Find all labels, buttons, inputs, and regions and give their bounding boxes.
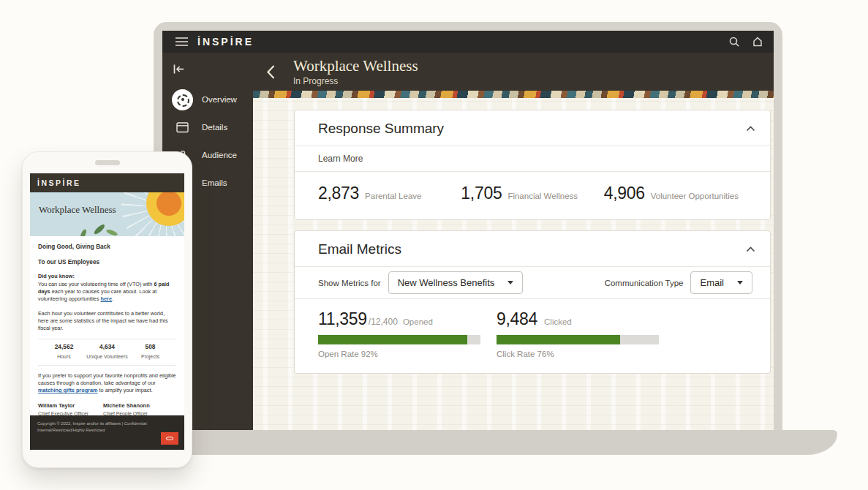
stat-value: 4,906 [604, 184, 645, 203]
dropdown-caret-icon [507, 281, 513, 284]
open-rate-progress-track [318, 335, 480, 344]
open-rate-progress-fill [318, 335, 467, 344]
email-paragraph-3: If you prefer to support your favorite n… [38, 372, 176, 395]
email-banner-title: Workplace Wellness [39, 204, 116, 216]
sidebar-item-label: Details [202, 123, 227, 132]
phone-mockup: İNSPİRE Workplace Wellness Doing Good, G… [22, 151, 192, 468]
email-banner: Workplace Wellness [30, 192, 184, 236]
communication-type-label: Communication Type [605, 279, 684, 287]
stat-volunteer-opportunities: 4,906 Volunteer Opportunities [604, 184, 747, 203]
email-signatures: William Taylor Chief Executive Officer M… [38, 402, 176, 415]
back-chevron-icon[interactable] [266, 64, 276, 80]
stat-label: Parental Leave [365, 192, 421, 200]
stat-value: 2,873 [318, 184, 359, 203]
sidebar-collapse-icon[interactable] [162, 53, 253, 86]
sidebar-item-label: Emails [202, 178, 227, 187]
email-paragraph-2: Each hour you volunteer contributes to a… [38, 310, 176, 333]
email-brand-logo: İNSPİRE [37, 178, 81, 187]
here-link[interactable]: here [101, 295, 112, 302]
sidebar-item-label: Overview [202, 95, 237, 104]
learn-more-link[interactable]: Learn More [295, 146, 770, 172]
search-icon[interactable] [728, 36, 740, 48]
metric-value: 11,359 [318, 309, 367, 329]
email-stat-volunteers: 4,634 Unique Volunteers [86, 343, 129, 361]
leaf-graphic [79, 228, 88, 236]
email-body: Doing Good, Giving Back To our US Employ… [30, 236, 184, 415]
response-summary-title: Response Summary [318, 121, 444, 137]
stat-label: Financial Wellness [507, 192, 578, 200]
show-metrics-dropdown[interactable]: New Wellness Benefits [388, 271, 524, 294]
sidebar-item-details[interactable]: Details [162, 113, 253, 141]
sidebar-item-label: Audience [202, 151, 237, 159]
leaf-graphic [105, 228, 118, 236]
email-metrics-title: Email Metrics [318, 241, 401, 257]
show-metrics-value: New Wellness Benefits [398, 277, 495, 288]
stat-label: Volunteer Opportunities [651, 192, 739, 200]
sidebar-item-overview[interactable]: Overview [162, 86, 253, 113]
signature: Michelle Shanonn Chief People Officer [103, 402, 150, 415]
email-headline: Doing Good, Giving Back [38, 243, 176, 252]
content-area: Response Summary Learn More 2,873 Parent… [253, 98, 774, 430]
signature: William Taylor Chief Executive Officer [38, 402, 88, 415]
overview-icon [172, 89, 193, 110]
email-header-bar: İNSPİRE [30, 173, 184, 192]
communication-type-value: Email [700, 277, 724, 288]
open-rate-label: Open Rate 92% [318, 350, 497, 358]
click-rate-progress-fill [497, 335, 620, 344]
dropdown-caret-icon [737, 281, 743, 284]
metric-value: 9,484 [497, 309, 537, 329]
campaign-header: Workplace Wellness In Progress [253, 53, 774, 91]
laptop-screen: İNSPİRE Overview [162, 31, 774, 430]
metric-total: /12,400 [369, 317, 398, 327]
metric-clicked: 9,484 Clicked Click Rate 76% [497, 309, 675, 358]
oracle-logo-icon [161, 432, 178, 445]
email-stat-hours: 24,562 Hours [42, 343, 86, 361]
metric-label: Opened [403, 317, 433, 326]
show-metrics-label: Show Metrics for [318, 279, 381, 287]
campaign-title: Workplace Wellness [293, 57, 418, 75]
stat-parental-leave: 2,873 Parental Leave [318, 184, 461, 203]
menu-icon[interactable] [176, 37, 188, 46]
click-rate-label: Click Rate 76% [497, 350, 675, 358]
metric-label: Clicked [544, 317, 572, 326]
phone-screen: İNSPİRE Workplace Wellness Doing Good, G… [30, 173, 184, 450]
email-stats: 24,562 Hours 4,634 Unique Volunteers 508… [38, 339, 176, 366]
app-logo: İNSPİRE [197, 36, 254, 48]
email-footer-text: Copyright © 2022, Inspire and/or its aff… [37, 421, 148, 432]
stat-financial-wellness: 1,705 Financial Wellness [461, 184, 603, 203]
metric-opened: 11,359 /12,400 Opened Open Rate 92% [318, 309, 497, 358]
page: İNSPİRE Overview [0, 0, 868, 490]
email-salutation: To our US Employees [38, 258, 176, 267]
chevron-up-icon[interactable] [746, 246, 755, 252]
chevron-up-icon[interactable] [746, 126, 755, 132]
home-icon[interactable] [752, 36, 763, 48]
email-metrics-card: Email Metrics Show Metrics for New Welln… [294, 230, 771, 374]
campaign-status: In Progress [293, 76, 418, 86]
communication-type-dropdown[interactable]: Email [690, 271, 752, 294]
details-icon [172, 122, 193, 133]
matching-gifts-link[interactable]: matching gifts program [38, 387, 98, 393]
app-topbar: İNSPİRE [162, 31, 774, 53]
email-paragraph-1: You can use your voluteering time off (V… [38, 281, 176, 304]
did-you-know-label: Did you know: [38, 273, 176, 280]
laptop-base [170, 430, 837, 455]
decorative-banner-strip [253, 91, 774, 98]
leaf-graphic [93, 223, 106, 235]
phone-speaker [95, 160, 120, 165]
response-summary-card: Response Summary Learn More 2,873 Parent… [294, 110, 771, 220]
email-footer: Copyright © 2022, Inspire and/or its aff… [30, 415, 184, 450]
stat-value: 1,705 [461, 184, 502, 203]
email-stat-projects: 508 Projects [129, 343, 172, 361]
click-rate-progress-track [497, 335, 659, 344]
